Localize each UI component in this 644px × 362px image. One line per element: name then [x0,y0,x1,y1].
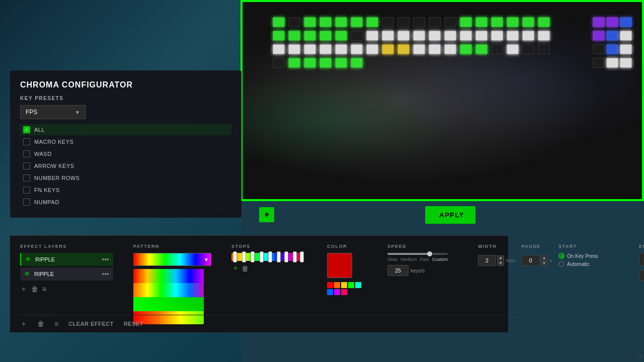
pause-input[interactable] [522,255,540,266]
apply-button[interactable]: APPLY [425,206,475,224]
stop-handle[interactable] [268,251,272,262]
kb-key[interactable] [522,17,534,27]
delete-layer-footer-button[interactable]: 🗑 [37,320,44,328]
kb-key[interactable] [444,31,456,41]
resize-handle[interactable]: ⊿ [637,353,642,360]
layer-menu-1[interactable]: ••• [102,255,109,263]
kb-key[interactable] [460,17,472,27]
stop-handle[interactable] [251,251,255,262]
preset-item-numrows[interactable]: NUMBER ROWS [20,172,231,184]
checkbox-macro[interactable] [23,138,30,145]
kb-key[interactable] [475,31,488,41]
color-swatch-green[interactable] [348,282,354,288]
kb-key[interactable] [429,31,441,41]
kb-key[interactable] [444,44,456,54]
kb-key[interactable] [491,31,503,41]
width-input[interactable] [478,255,496,266]
color-swatch-purple[interactable] [334,289,340,295]
kb-key[interactable] [273,17,285,27]
layers-menu-button[interactable]: ≡ [54,320,58,328]
checkbox-all[interactable] [23,126,30,133]
kb-key[interactable] [288,58,300,68]
kb-key[interactable] [397,44,410,54]
checkbox-arrow[interactable] [23,162,30,169]
kb-key[interactable] [335,31,347,41]
delete-layer-button[interactable]: 🗑 [31,285,38,293]
kb-key[interactable] [319,44,332,54]
kb-key[interactable] [475,17,488,27]
kb-key[interactable] [538,31,550,41]
stops-bar[interactable] [231,253,302,261]
clear-effect-button[interactable]: CLEAR EFFECT [68,321,114,327]
pause-decrement[interactable]: ▼ [541,261,548,266]
pause-increment[interactable]: ▲ [541,255,548,260]
kb-key[interactable] [288,31,300,41]
checkbox-numpad[interactable] [23,199,30,206]
color-swatch-yellow[interactable] [341,282,347,288]
kb-key[interactable] [335,44,347,54]
razer-logo[interactable]: ✦ [259,207,274,222]
kb-key[interactable] [366,31,378,41]
kb-key[interactable] [413,31,425,41]
kb-key[interactable] [460,31,472,41]
kb-key[interactable] [304,44,316,54]
layer-menu-2[interactable]: ••• [102,270,109,278]
color-swatch-red[interactable] [327,282,333,288]
color-swatch-cyan[interactable] [355,282,361,288]
kb-key[interactable] [507,31,519,41]
kb-key[interactable] [351,44,363,54]
color-swatch-orange[interactable] [334,282,340,288]
add-layer-footer-button[interactable]: ＋ [20,319,27,328]
kb-key[interactable] [304,17,316,27]
fps-dropdown[interactable]: FPS ▼ [20,105,86,119]
stop-handle[interactable] [277,251,281,262]
end-dropdown[interactable]: End After ▼ [639,253,644,266]
kb-key[interactable] [319,31,332,41]
kb-key[interactable] [538,17,550,27]
speed-input[interactable] [387,265,409,276]
radio-automatic[interactable]: Automatic [558,261,619,267]
stop-handle[interactable] [233,251,237,262]
preset-item-macro[interactable]: MACRO KEYS [20,136,231,147]
stop-handle[interactable] [260,251,264,262]
reset-button[interactable]: RESET [124,321,143,327]
kb-key[interactable] [273,31,285,41]
stop-handle[interactable] [242,251,246,262]
kb-key[interactable] [351,17,363,27]
stop-handle[interactable] [293,251,297,262]
kb-key[interactable] [319,17,332,27]
kb-key[interactable] [397,31,410,41]
kb-key[interactable] [366,44,378,54]
kb-key[interactable] [522,31,534,41]
color-swatch-pink[interactable] [341,289,347,295]
color-picker-swatch[interactable] [327,253,352,278]
width-increment[interactable]: ▲ [497,255,504,260]
kb-key[interactable] [475,44,488,54]
kb-key[interactable] [507,17,519,27]
kb-key[interactable] [429,44,441,54]
kb-key[interactable] [319,58,332,68]
layer-item-2[interactable]: 👁 RIPPLE ••• [20,267,113,281]
preset-item-wasd[interactable]: WASD [20,148,231,159]
kb-key[interactable] [351,58,363,68]
checkbox-wasd[interactable] [23,150,30,157]
preset-item-fn[interactable]: FN KEYS [20,185,231,196]
kb-key[interactable] [273,44,285,54]
speed-slider-thumb[interactable] [427,251,432,256]
kb-key[interactable] [304,31,316,41]
kb-key[interactable] [366,17,378,27]
add-stop-button[interactable]: ＋ [231,263,239,274]
kb-key[interactable] [335,17,347,27]
add-layer-button[interactable]: ＋ [20,285,27,294]
kb-key[interactable] [491,17,503,27]
speed-slider[interactable] [387,253,448,255]
checkbox-numrows[interactable] [23,174,30,182]
kb-key[interactable] [382,44,394,54]
stop-handle[interactable] [300,251,304,262]
kb-key[interactable] [507,44,519,54]
color-swatch-blue[interactable] [327,289,333,295]
layer-options-button[interactable]: ≡ [42,285,46,293]
kb-key[interactable] [335,58,347,68]
delete-stop-button[interactable]: 🗑 [242,264,249,273]
width-decrement[interactable]: ▼ [497,261,504,266]
